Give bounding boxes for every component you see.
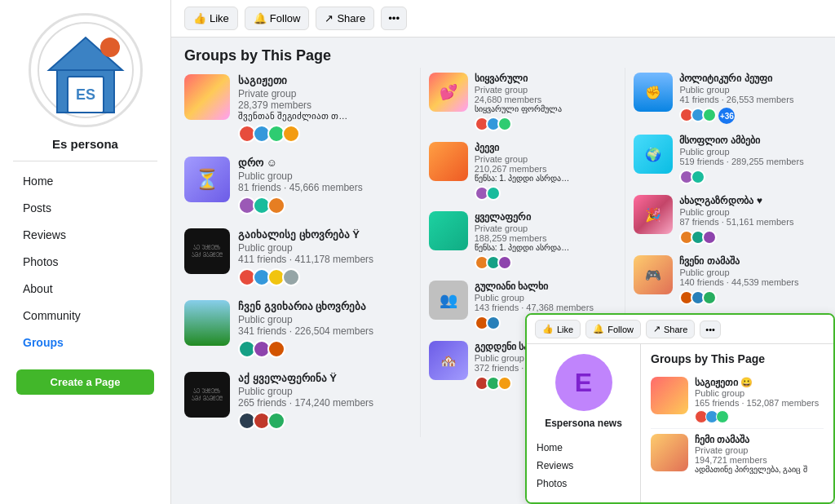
group-type: Public group <box>238 242 410 254</box>
group-avatar: ⏳ <box>184 157 230 202</box>
member-avatar <box>691 170 705 184</box>
sidebar-item-home[interactable]: Home <box>7 168 164 194</box>
overlay-content: E Espersona news Home Reviews Photos Gro… <box>527 344 833 502</box>
more-options-button[interactable]: ••• <box>381 7 407 30</box>
member-avatars <box>679 290 822 305</box>
group-item[interactable]: ᲐᲔ ᲣᲧᲓᲔᲚᲡ ᲐᲛᲥ ᲛᲐᲛᲓᲔᲚ გაიხალისე ცხოვრება … <box>184 222 410 294</box>
svg-point-5 <box>100 38 120 57</box>
overlay-group-item[interactable]: ჩემი თამაშა Private group 194,721 member… <box>651 429 824 479</box>
share-icon: ↗ <box>653 324 660 334</box>
overlay-page-logo: E <box>555 354 612 411</box>
sidebar-item-posts[interactable]: Posts <box>7 195 164 221</box>
member-avatars <box>238 412 410 430</box>
share-button[interactable]: ↗ Share <box>316 7 374 30</box>
overlay-like-button[interactable]: 👍 Like <box>535 320 581 338</box>
group-item[interactable]: ✊ პოლიტიკური პეუფი Public group 41 frien… <box>634 68 822 130</box>
overlay-group-type: Private group <box>695 445 807 455</box>
group-type: Public group <box>679 267 822 277</box>
group-item[interactable]: ჩვენ გვიხარია ცხოვრება Public group 341 … <box>184 294 410 365</box>
group-type: Public group <box>679 147 822 157</box>
group-type: Public group <box>238 386 410 397</box>
group-avatar: 🎮 <box>634 255 673 294</box>
member-avatars <box>238 125 410 143</box>
member-avatar <box>486 186 501 201</box>
sidebar-item-reviews[interactable]: Reviews <box>7 222 164 248</box>
group-type: Public group <box>238 170 410 182</box>
overlay-share-button[interactable]: ↗ Share <box>646 320 695 338</box>
overlay-page-card: 👍 Like 🔔 Follow ↗ Share ••• <box>525 313 835 504</box>
bell-icon: 🔔 <box>593 324 604 334</box>
group-members: 41 friends · 26,553 members <box>679 95 822 104</box>
sidebar-item-photos[interactable]: Photos <box>7 249 164 275</box>
group-item[interactable]: ᲐᲔ ᲣᲧᲓᲔᲚᲡ ᲐᲛᲥ ᲛᲐᲛᲓᲔᲚ აქ ყველაფერინა Ϋ Pu… <box>184 365 410 437</box>
overlay-groups-title: Groups by This Page <box>651 352 824 365</box>
group-members: 28,379 members <box>238 99 410 111</box>
group-desc: წენსა: 1. პედდი ასრდახლია ეუენს <box>475 174 572 183</box>
groups-scroll-area[interactable]: Groups by This Page საგიჟეთი Private gro… <box>171 38 835 504</box>
group-name: პეევი <box>475 142 617 153</box>
overlay-nav-item-home[interactable]: Home <box>537 439 630 457</box>
group-members: 341 friends · 226,504 members <box>238 325 410 337</box>
group-item[interactable]: 💕 სიყვარული Private group 24,680 members… <box>429 68 617 137</box>
group-item[interactable]: 🎉 ახალგაზრდობა ♥ Public group 87 friends… <box>634 190 822 250</box>
group-item[interactable]: ყველაფერი Private group 188,259 members … <box>429 206 617 276</box>
member-count-badge: +36 <box>718 108 735 124</box>
overlay-follow-button[interactable]: 🔔 Follow <box>585 320 641 338</box>
follow-button[interactable]: 🔔 Follow <box>245 7 310 30</box>
group-desc: წენსა: 1. პედდი ასრდახლია ეუენს <box>475 243 572 252</box>
group-item[interactable]: ⏳ დრო ☺ Public group 81 friends · 45,666… <box>184 150 410 222</box>
logo: ES <box>29 13 143 127</box>
member-avatars <box>679 170 822 184</box>
member-avatar <box>702 108 717 122</box>
group-type: Private group <box>475 223 617 233</box>
group-info: სიყვარული Private group 24,680 members ს… <box>475 73 617 131</box>
overlay-group-item[interactable]: საგიჟეთი 😀 Public group 165 friends · 15… <box>651 372 824 429</box>
overlay-sidebar: E Espersona news Home Reviews Photos <box>527 344 641 502</box>
group-avatar: 💕 <box>429 73 468 112</box>
group-avatar <box>429 142 468 181</box>
group-info: აქ ყველაფერინა Ϋ Public group 265 friend… <box>238 372 410 430</box>
group-name: ჩვენ გვიხარია ცხოვრება <box>238 300 410 312</box>
like-button[interactable]: 👍 Like <box>184 7 238 30</box>
group-avatar: ᲐᲔ ᲣᲧᲓᲔᲚᲡ ᲐᲛᲥ ᲛᲐᲛᲓᲔᲚ <box>184 228 230 274</box>
overlay-group-members: 165 friends · 152,087 members <box>695 398 819 408</box>
group-name: საგიჟეთი <box>238 74 410 86</box>
group-avatar <box>184 74 230 120</box>
overlay-nav-item-photos[interactable]: Photos <box>537 475 630 493</box>
group-desc: შვენთან შეგიძლიათ თავი იგრძნო <box>238 111 352 122</box>
group-item[interactable]: 🌍 მსოფლიო ამბები Public group 519 friend… <box>634 130 822 190</box>
member-avatars <box>679 230 822 245</box>
thumbs-up-icon: 👍 <box>193 12 206 24</box>
overlay-more-button[interactable]: ••• <box>700 321 721 338</box>
overlay-member-avatars <box>695 410 819 423</box>
groups-section-title: Groups by This Page <box>184 47 822 64</box>
member-avatars <box>238 340 410 358</box>
thumbs-up-icon: 👍 <box>542 324 554 334</box>
group-item[interactable]: პეევი Private group 210,267 members წენს… <box>429 137 617 206</box>
group-info: ყველაფერი Private group 188,259 members … <box>475 211 617 270</box>
create-page-button[interactable]: Create a Page <box>16 369 154 395</box>
group-info: საგიჟეთი Private group 28,379 members შვ… <box>238 74 410 143</box>
group-members: 87 friends · 51,161 members <box>679 217 822 227</box>
member-avatars <box>475 255 617 270</box>
group-type: Private group <box>475 154 617 164</box>
member-avatars <box>475 186 617 201</box>
group-item[interactable]: 🎮 ჩვენი თამაშა Public group 140 friends … <box>634 250 822 311</box>
member-avatars <box>238 197 410 214</box>
group-members: 265 friends · 174,240 members <box>238 397 410 409</box>
member-avatar <box>497 376 512 391</box>
group-item[interactable]: საგიჟეთი Private group 28,379 members შვ… <box>184 68 410 150</box>
overlay-page-name: Espersona news <box>537 418 630 429</box>
overlay-follow-label: Follow <box>607 325 634 334</box>
overlay-group-avatar <box>651 434 688 471</box>
overlay-nav-item-reviews[interactable]: Reviews <box>537 457 630 475</box>
member-avatar <box>267 340 285 358</box>
group-desc: სიყვარული ფორმულა <box>475 104 572 113</box>
member-avatar <box>716 410 729 423</box>
overlay-group-type: Public group <box>695 388 819 398</box>
sidebar-item-community[interactable]: Community <box>7 303 164 329</box>
member-avatars: +36 <box>679 108 822 124</box>
sidebar-item-groups[interactable]: Groups <box>7 329 164 356</box>
group-type: Public group <box>238 314 410 325</box>
sidebar-item-about[interactable]: About <box>7 276 164 302</box>
